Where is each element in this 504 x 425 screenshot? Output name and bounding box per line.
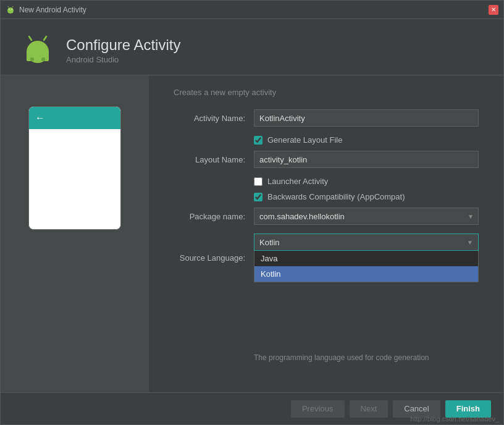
title-bar: New Android Activity ✕ [1,1,503,19]
backwards-compat-label: Backwards Compatibility (AppCompat) [267,192,405,201]
language-option-kotlin[interactable]: Kotlin [254,266,478,282]
main-window: New Android Activity ✕ Configure Activit… [0,0,504,425]
source-language-label: Source Language: [174,253,254,263]
backwards-compat-checkbox[interactable] [254,193,262,201]
svg-line-11 [44,36,46,40]
source-language-value: Kotlin [259,238,280,247]
watermark: http://blog.csdn.net/sahadev_ [410,415,499,423]
svg-rect-1 [8,10,13,13]
back-arrow-icon: ← [35,112,45,124]
launcher-activity-checkbox[interactable] [254,177,262,186]
source-language-selected[interactable]: Kotlin ▼ [254,234,479,251]
layout-name-label: Layout Name: [174,155,254,164]
svg-line-4 [8,6,9,7]
launcher-activity-label: Launcher Activity [267,177,328,186]
page-subtitle: Android Studio [66,55,180,64]
page-title: Configure Activity [66,36,180,54]
header-text: Configure Activity Android Studio [66,36,180,64]
language-option-java[interactable]: Java [254,251,478,266]
right-panel: Creates a new empty activity Activity Na… [149,75,503,392]
source-language-arrow-icon: ▼ [467,239,473,246]
main-area: ← Creates a new empty activity Activity … [1,75,503,392]
layout-name-row: Layout Name: [174,151,479,168]
close-button[interactable]: ✕ [489,5,498,15]
package-name-select-wrapper: ▼ [254,208,479,225]
backwards-compat-row: Backwards Compatibility (AppCompat) [254,192,479,201]
previous-button[interactable]: Previous [291,400,345,418]
launcher-activity-row: Launcher Activity [254,177,479,186]
svg-point-3 [11,9,12,10]
activity-name-input[interactable] [254,109,479,127]
activity-name-row: Activity Name: [174,109,479,127]
hint-text: The programming language used for code g… [254,353,479,362]
svg-line-10 [29,36,32,40]
source-language-row: Source Language: Kotlin ▼ Java Kotlin [174,234,479,282]
generate-layout-checkbox[interactable] [254,136,262,145]
form-description: Creates a new empty activity [174,88,479,97]
left-panel: ← [1,75,149,392]
activity-name-label: Activity Name: [174,114,254,123]
phone-toolbar: ← [29,107,120,129]
source-language-dropdown: Java Kotlin [254,251,479,282]
svg-point-2 [9,9,10,10]
next-button[interactable]: Next [350,400,388,418]
package-name-input[interactable] [254,208,479,225]
phone-preview: ← [28,106,121,230]
generate-layout-label: Generate Layout File [267,135,342,145]
title-bar-left: New Android Activity [6,5,86,15]
android-icon-small [6,5,15,15]
layout-name-input[interactable] [254,151,479,168]
svg-line-5 [12,6,13,7]
header-section: Configure Activity Android Studio [1,19,503,75]
generate-layout-row: Generate Layout File [254,135,479,145]
package-name-row: Package name: ▼ [174,208,479,225]
title-bar-controls: ✕ [489,5,498,15]
svg-rect-15 [28,50,48,57]
package-name-label: Package name: [174,212,254,221]
window-title: New Android Activity [19,6,86,14]
android-logo [19,32,56,69]
source-language-select-wrapper[interactable]: Kotlin ▼ Java Kotlin [254,234,479,282]
